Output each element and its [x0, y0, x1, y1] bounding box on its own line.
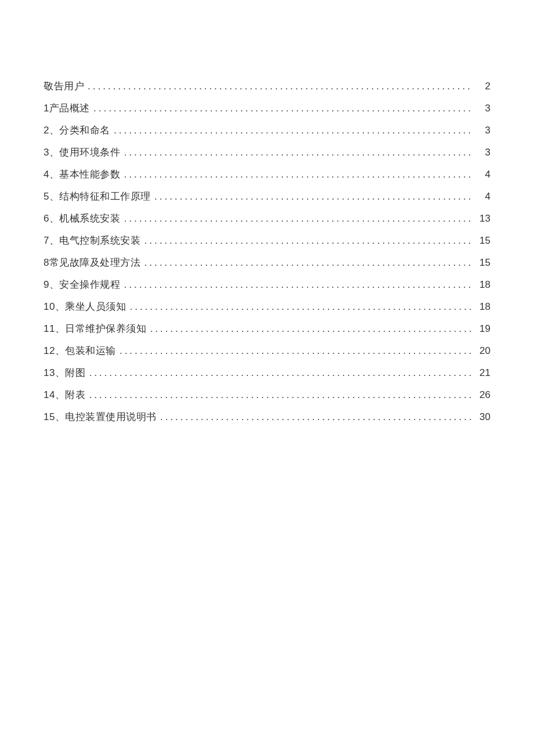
- toc-leader-dots: [124, 169, 473, 179]
- toc-entry-title: 6、机械系统安装: [44, 214, 120, 223]
- toc-entry-page: 15: [477, 258, 490, 267]
- toc-leader-dots: [124, 280, 473, 290]
- toc-entry: 14、附表 26: [44, 390, 490, 400]
- toc-entry-page: 18: [477, 280, 490, 290]
- toc-entry-title: 1产品概述: [44, 103, 90, 113]
- toc-entry: 1产品概述 3: [44, 103, 490, 113]
- toc-entry-title: 11、日常维护保养须知: [44, 324, 146, 334]
- toc-entry-title: 2、分类和命名: [44, 125, 110, 135]
- toc-entry: 7、电气控制系统安装 15: [44, 236, 490, 245]
- toc-entry-title: 13、附图: [44, 368, 85, 378]
- toc-entry-title: 3、使用环境条件: [44, 147, 120, 157]
- toc-entry: 10、乘坐人员须知 18: [44, 302, 490, 312]
- toc-entry: 9、安全操作规程 18: [44, 280, 490, 290]
- toc-leader-dots: [89, 368, 473, 378]
- toc-entry-title: 15、电控装置使用说明书: [44, 412, 157, 422]
- toc-leader-dots: [114, 125, 473, 135]
- toc-leader-dots: [154, 191, 473, 201]
- toc-entry-title: 12、包装和运输: [44, 346, 116, 356]
- toc-entry-title: 5、结构特征和工作原理: [44, 191, 151, 201]
- toc-entry-page: 20: [477, 346, 490, 356]
- toc-entry-page: 3: [477, 103, 490, 113]
- toc-entry-page: 4: [477, 191, 490, 201]
- toc-entry-page: 15: [477, 236, 490, 245]
- toc-leader-dots: [150, 324, 473, 334]
- toc-entry: 8常见故障及处理方法 15: [44, 258, 490, 267]
- toc-entry: 2、分类和命名 3: [44, 125, 490, 135]
- toc-entry-page: 3: [477, 125, 490, 135]
- toc-entry-page: 21: [477, 368, 490, 378]
- toc-entry-title: 敬告用户: [44, 81, 84, 91]
- toc-entry-title: 7、电气控制系统安装: [44, 236, 140, 245]
- toc-entry: 敬告用户 2: [44, 81, 490, 91]
- toc-entry: 6、机械系统安装 13: [44, 214, 490, 223]
- toc-entry: 11、日常维护保养须知 19: [44, 324, 490, 334]
- toc-leader-dots: [89, 390, 473, 400]
- toc-entry: 4、基本性能参数 4: [44, 169, 490, 179]
- toc-leader-dots: [160, 412, 473, 422]
- toc-entry-page: 30: [477, 412, 490, 422]
- toc-entry: 13、附图 21: [44, 368, 490, 378]
- toc-leader-dots: [93, 103, 473, 113]
- toc-leader-dots: [120, 346, 473, 356]
- toc-entry-title: 8常见故障及处理方法: [44, 258, 140, 267]
- toc-entry-page: 19: [477, 324, 490, 334]
- toc-entry-page: 18: [477, 302, 490, 312]
- toc-entry-page: 2: [477, 81, 490, 91]
- toc-leader-dots: [124, 214, 473, 223]
- toc-entry-page: 4: [477, 169, 490, 179]
- toc-leader-dots: [144, 236, 473, 245]
- toc-entry-page: 3: [477, 147, 490, 157]
- toc-entry: 15、电控装置使用说明书 30: [44, 412, 490, 422]
- toc-leader-dots: [129, 302, 473, 312]
- toc-leader-dots: [124, 147, 473, 157]
- document-page: 敬告用户 2 1产品概述 3 2、分类和命名 3 3、使用环境条件 3 4、基本…: [0, 0, 534, 756]
- toc-entry: 12、包装和运输 20: [44, 346, 490, 356]
- toc-entry-title: 10、乘坐人员须知: [44, 302, 126, 312]
- toc-entry-page: 26: [477, 390, 490, 400]
- toc-entry-title: 14、附表: [44, 390, 85, 400]
- toc-entry-page: 13: [477, 214, 490, 223]
- toc-leader-dots: [144, 258, 473, 267]
- toc-entry: 5、结构特征和工作原理 4: [44, 191, 490, 201]
- toc-entry: 3、使用环境条件 3: [44, 147, 490, 157]
- toc-leader-dots: [88, 81, 473, 91]
- toc-entry-title: 9、安全操作规程: [44, 280, 120, 290]
- toc-entry-title: 4、基本性能参数: [44, 169, 120, 179]
